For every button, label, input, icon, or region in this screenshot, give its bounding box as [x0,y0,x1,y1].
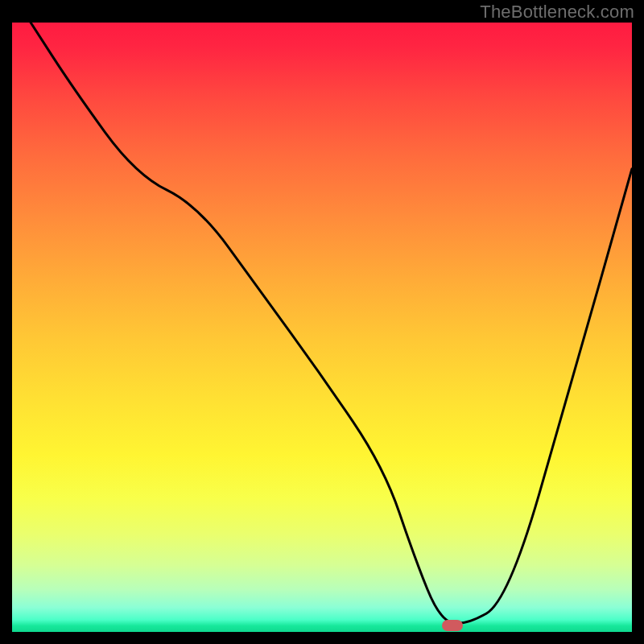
chart-frame: TheBottleneck.com [0,0,644,644]
watermark-text: TheBottleneck.com [480,2,634,23]
heat-gradient [12,23,632,632]
plot-area [12,23,632,632]
